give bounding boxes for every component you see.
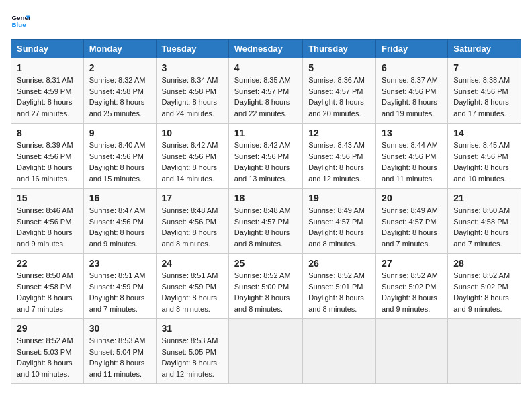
sunrise-label: Sunrise: 8:50 AM [17,271,73,279]
empty-cell [228,319,302,384]
day-number: 30 [89,323,150,334]
daylight-label: Daylight: 8 hours and 15 minutes. [89,163,145,183]
sunrise-label: Sunrise: 8:52 AM [453,271,510,279]
sunrise-label: Sunrise: 8:37 AM [382,76,438,84]
day-info: Sunrise: 8:50 AM Sunset: 4:58 PM Dayligh… [17,270,78,314]
day-info: Sunrise: 8:34 AM Sunset: 4:58 PM Dayligh… [162,75,223,119]
daylight-label: Daylight: 8 hours and 12 minutes. [162,359,218,378]
empty-cell [303,319,376,384]
sunset-label: Sunset: 4:58 PM [453,218,508,226]
sunset-label: Sunset: 4:56 PM [453,152,508,161]
daylight-label: Daylight: 8 hours and 7 minutes. [382,228,437,248]
day-info: Sunrise: 8:39 AM Sunset: 4:56 PM Dayligh… [17,140,78,184]
day-number: 3 [162,62,223,73]
daylight-label: Daylight: 8 hours and 11 minutes. [89,359,145,378]
day-cell-4: 4 Sunrise: 8:35 AM Sunset: 4:57 PM Dayli… [228,58,302,124]
sunrise-label: Sunrise: 8:43 AM [308,141,365,149]
daylight-label: Daylight: 8 hours and 8 minutes. [162,228,218,248]
svg-text:Blue: Blue [12,21,27,28]
day-number: 13 [382,128,442,138]
logo-icon: General Blue [11,11,31,31]
day-number: 29 [17,323,78,334]
sunrise-label: Sunrise: 8:31 AM [17,76,73,84]
day-cell-24: 24 Sunrise: 8:51 AM Sunset: 4:59 PM Dayl… [156,254,228,319]
day-info: Sunrise: 8:48 AM Sunset: 4:57 PM Dayligh… [234,205,297,249]
empty-cell [448,319,521,384]
sunrise-label: Sunrise: 8:52 AM [382,271,438,279]
day-info: Sunrise: 8:52 AM Sunset: 5:02 PM Dayligh… [382,270,442,314]
day-info: Sunrise: 8:31 AM Sunset: 4:59 PM Dayligh… [17,75,78,119]
sunrise-label: Sunrise: 8:34 AM [162,76,218,84]
sunrise-label: Sunrise: 8:52 AM [234,271,291,279]
daylight-label: Daylight: 8 hours and 7 minutes. [89,293,145,313]
day-cell-8: 8 Sunrise: 8:39 AM Sunset: 4:56 PM Dayli… [11,124,84,189]
daylight-label: Daylight: 8 hours and 7 minutes. [17,293,73,313]
logo: General Blue [11,11,34,31]
daylight-label: Daylight: 8 hours and 9 minutes. [17,228,73,248]
sunset-label: Sunset: 4:56 PM [382,87,436,95]
day-info: Sunrise: 8:32 AM Sunset: 4:58 PM Dayligh… [89,75,150,119]
day-number: 26 [308,258,370,269]
sunrise-label: Sunrise: 8:52 AM [308,271,365,279]
day-cell-17: 17 Sunrise: 8:48 AM Sunset: 4:56 PM Dayl… [156,189,228,254]
daylight-label: Daylight: 8 hours and 19 minutes. [382,98,437,118]
sunset-label: Sunset: 4:58 PM [89,87,144,95]
day-info: Sunrise: 8:49 AM Sunset: 4:57 PM Dayligh… [382,205,442,249]
day-info: Sunrise: 8:52 AM Sunset: 5:03 PM Dayligh… [17,335,78,379]
sunrise-label: Sunrise: 8:46 AM [17,206,73,214]
sunset-label: Sunset: 4:56 PM [89,218,144,226]
daylight-label: Daylight: 8 hours and 20 minutes. [308,98,364,118]
day-number: 2 [89,62,150,73]
day-number: 23 [89,258,150,269]
week-row-4: 22 Sunrise: 8:50 AM Sunset: 4:58 PM Dayl… [11,254,521,319]
day-number: 1 [17,62,78,73]
day-cell-7: 7 Sunrise: 8:38 AM Sunset: 4:56 PM Dayli… [448,58,521,124]
day-cell-9: 9 Sunrise: 8:40 AM Sunset: 4:56 PM Dayli… [83,124,156,189]
day-info: Sunrise: 8:52 AM Sunset: 5:01 PM Dayligh… [308,270,370,314]
sunset-label: Sunset: 4:57 PM [308,218,363,226]
sunrise-label: Sunrise: 8:32 AM [89,76,146,84]
day-cell-16: 16 Sunrise: 8:47 AM Sunset: 4:56 PM Dayl… [83,189,156,254]
day-cell-15: 15 Sunrise: 8:46 AM Sunset: 4:56 PM Dayl… [11,189,84,254]
week-row-2: 8 Sunrise: 8:39 AM Sunset: 4:56 PM Dayli… [11,124,521,189]
day-number: 8 [17,128,78,138]
daylight-label: Daylight: 8 hours and 14 minutes. [162,163,218,183]
day-info: Sunrise: 8:45 AM Sunset: 4:56 PM Dayligh… [453,140,515,184]
day-info: Sunrise: 8:53 AM Sunset: 5:05 PM Dayligh… [162,335,223,379]
daylight-label: Daylight: 8 hours and 10 minutes. [453,163,509,183]
day-number: 19 [308,193,370,203]
daylight-label: Daylight: 8 hours and 17 minutes. [453,98,509,118]
sunrise-label: Sunrise: 8:44 AM [382,141,438,149]
day-info: Sunrise: 8:36 AM Sunset: 4:57 PM Dayligh… [308,75,370,119]
day-cell-26: 26 Sunrise: 8:52 AM Sunset: 5:01 PM Dayl… [303,254,376,319]
day-cell-1: 1 Sunrise: 8:31 AM Sunset: 4:59 PM Dayli… [11,58,84,124]
sunrise-label: Sunrise: 8:49 AM [308,206,365,214]
day-cell-23: 23 Sunrise: 8:51 AM Sunset: 4:59 PM Dayl… [83,254,156,319]
week-row-3: 15 Sunrise: 8:46 AM Sunset: 4:56 PM Dayl… [11,189,521,254]
daylight-label: Daylight: 8 hours and 16 minutes. [17,163,73,183]
sunrise-label: Sunrise: 8:49 AM [382,206,438,214]
day-cell-14: 14 Sunrise: 8:45 AM Sunset: 4:56 PM Dayl… [448,124,521,189]
sunrise-label: Sunrise: 8:40 AM [89,141,146,149]
daylight-label: Daylight: 8 hours and 7 minutes. [453,228,509,248]
sunset-label: Sunset: 4:56 PM [162,218,216,226]
sunrise-label: Sunrise: 8:42 AM [234,141,291,149]
day-number: 16 [89,193,150,203]
sunrise-label: Sunrise: 8:38 AM [453,76,510,84]
sunrise-label: Sunrise: 8:36 AM [308,76,365,84]
sunset-label: Sunset: 4:58 PM [17,283,71,291]
daylight-label: Daylight: 8 hours and 12 minutes. [308,163,364,183]
day-info: Sunrise: 8:37 AM Sunset: 4:56 PM Dayligh… [382,75,442,119]
sunset-label: Sunset: 5:04 PM [89,348,144,356]
day-cell-11: 11 Sunrise: 8:42 AM Sunset: 4:56 PM Dayl… [228,124,302,189]
col-header-sunday: Sunday [11,40,84,58]
sunset-label: Sunset: 5:01 PM [308,283,363,291]
day-number: 17 [162,193,223,203]
week-row-5: 29 Sunrise: 8:52 AM Sunset: 5:03 PM Dayl… [11,319,521,384]
sunrise-label: Sunrise: 8:48 AM [234,206,291,214]
day-number: 18 [234,193,297,203]
sunset-label: Sunset: 4:56 PM [17,218,71,226]
daylight-label: Daylight: 8 hours and 24 minutes. [162,98,218,118]
day-info: Sunrise: 8:47 AM Sunset: 4:56 PM Dayligh… [89,205,150,249]
col-header-tuesday: Tuesday [156,40,228,58]
